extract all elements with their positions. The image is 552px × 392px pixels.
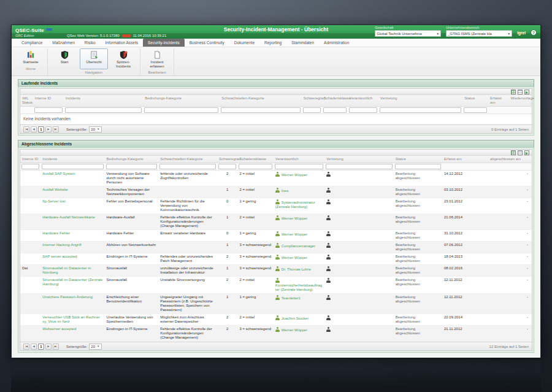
filter-input[interactable] — [144, 107, 218, 113]
incident-link[interactable]: Stromausfall im Datacenter in Nürnberg — [42, 266, 91, 274]
help-button[interactable]: ? — [531, 29, 537, 36]
column-header[interactable]: Vertretung — [324, 156, 394, 163]
incident-link[interactable]: Webserver accepted — [42, 327, 76, 331]
table-row[interactable]: Hardware Ausfall NetzwerkkarteHardware-A… — [20, 214, 532, 230]
incident-link[interactable]: SAP server accepted — [42, 255, 77, 258]
column-header[interactable]: Vertretung — [378, 95, 463, 107]
column-header[interactable]: Wiedervorlage — [508, 95, 532, 107]
menu-item-stammdaten[interactable]: Stammdaten — [286, 39, 319, 47]
column-header[interactable]: Verantwortlich — [274, 156, 324, 163]
incident-link[interactable]: Stromausfall im Datacenter (Zentrale Ham… — [42, 278, 102, 286]
incident-erfassen-button[interactable]: Incident erfassen — [143, 48, 171, 69]
incident-link[interactable]: Ausfall SAP System — [42, 172, 75, 175]
person-icon[interactable] — [326, 255, 331, 259]
column-header[interactable]: Verantwortlich — [348, 95, 378, 107]
last-page-button[interactable]: ▶| — [53, 126, 59, 133]
table-row[interactable]: Ausfall WebsiteTechnisches Versagen der … — [20, 186, 532, 198]
person-icon[interactable] — [326, 266, 331, 271]
table-row[interactable]: Stromausfall im Datacenter (Zentrale Ham… — [20, 277, 532, 294]
responsible-link[interactable]: Systemadministrator (Zentrale Hamburg) — [275, 201, 315, 209]
responsible-link[interactable]: Werner Wüpper — [282, 217, 307, 220]
filter-input[interactable] — [106, 164, 158, 169]
menu-item-compliance[interactable]: Compliance — [17, 39, 47, 47]
export-doc-icon[interactable] — [518, 90, 523, 94]
spitzen-incidents-button[interactable]: Spitzen-Incidents — [109, 48, 137, 69]
filter-input[interactable] — [395, 164, 441, 169]
responsible-link[interactable]: Dr. Thomas Lohre — [282, 267, 311, 271]
filter-input[interactable] — [218, 164, 236, 169]
table-row[interactable]: ftp-Server lostFehler von Betriebsperson… — [20, 198, 532, 214]
export-data-icon[interactable] — [524, 90, 529, 94]
filter-input[interactable] — [42, 164, 103, 169]
person-icon[interactable] — [326, 295, 331, 300]
responsible-link[interactable]: Werner Wüpper — [282, 173, 307, 177]
column-header[interactable]: Incidents — [64, 95, 143, 107]
column-header[interactable]: Interne ID — [33, 95, 64, 107]
filter-input[interactable] — [323, 107, 347, 113]
company-select[interactable]: Global Technik Unternehme ▼ — [375, 30, 441, 37]
responsible-link[interactable]: Werner Wüpper — [282, 328, 307, 332]
column-header[interactable]: Erfasst am — [488, 95, 508, 107]
previous-page-button[interactable]: ◀ — [31, 344, 37, 350]
column-header[interactable]: Schadensklasse — [237, 156, 273, 163]
person-icon[interactable] — [326, 327, 331, 332]
table-row[interactable]: Interner Hacking-AngriffAbhören von Netz… — [20, 242, 532, 253]
page-size-select[interactable]: 20 ▼ — [89, 344, 101, 350]
incident-link[interactable]: Ausfall Website — [42, 188, 67, 191]
filter-input[interactable] — [380, 107, 462, 113]
responsible-link[interactable]: Teamleiter1 — [282, 296, 301, 300]
responsible-link[interactable]: Joachim Stocker — [282, 317, 309, 320]
column-header[interactable]: Schwachstellen-Kategorie — [158, 156, 217, 163]
person-icon[interactable] — [326, 199, 331, 204]
incident-link[interactable]: Hardware Fehler — [42, 231, 70, 235]
menu-item-information-assets[interactable]: Information Assets — [101, 39, 143, 47]
person-icon[interactable] — [326, 243, 331, 248]
menu-item-administration[interactable]: Administration — [319, 39, 354, 47]
start-button[interactable]: Start — [50, 48, 79, 69]
table-row[interactable]: Webserver acceptedEindringen in IT-Syste… — [20, 326, 532, 342]
column-header[interactable]: Status — [394, 156, 442, 163]
menu-item-business-continuity[interactable]: Business Continuity — [185, 39, 229, 47]
menu-item-security-incidents[interactable]: Security-Incidents — [143, 39, 185, 47]
filter-input[interactable] — [275, 164, 323, 169]
column-header[interactable]: Schadensklasse — [322, 95, 348, 107]
column-header[interactable]: Schweregrad — [217, 156, 237, 163]
menu-item-reporting[interactable]: Reporting — [259, 39, 286, 47]
column-header[interactable]: Status — [462, 95, 488, 107]
current-page-button[interactable]: 1 — [38, 344, 44, 350]
current-page-button[interactable]: 1 — [38, 126, 44, 133]
filter-input[interactable] — [303, 107, 321, 113]
column-header[interactable]: IWL Status — [20, 95, 33, 107]
responsible-link[interactable]: Konzernsicherheitsbeauftragter (Zentrale… — [275, 283, 322, 291]
column-header[interactable]: Incidents — [40, 156, 104, 163]
incident-link[interactable]: Verseuchter USB Stick an Rechner xy, Vir… — [42, 315, 99, 323]
filter-input[interactable] — [464, 107, 487, 113]
column-header[interactable]: abgeschlossen am — [488, 156, 532, 163]
export-excel-icon[interactable] — [511, 90, 516, 94]
column-header[interactable]: Interne ID — [20, 156, 40, 163]
responsible-link[interactable]: Compliancemanager — [282, 244, 315, 248]
person-icon[interactable] — [326, 188, 331, 193]
filter-input[interactable] — [239, 164, 272, 169]
responsible-link[interactable]: Werner Wüpper — [282, 256, 307, 259]
menu-item-massnahmen[interactable]: Maßnahmen — [47, 39, 80, 47]
column-header[interactable]: Bedrohungs-Kategorie — [143, 95, 220, 107]
table-row[interactable]: SAP server acceptedEindringen in IT-Syst… — [20, 253, 532, 265]
next-page-button[interactable]: ▶ — [45, 344, 52, 350]
filter-input[interactable] — [326, 164, 393, 169]
incident-link[interactable]: Hardware Ausfall Netzwerkkarte — [42, 215, 94, 219]
person-icon[interactable] — [326, 215, 331, 220]
menu-item-risiko[interactable]: Risiko — [80, 39, 101, 47]
responsible-link[interactable]: Ines — [282, 189, 288, 193]
menu-item-dokumente[interactable]: Dokumente — [229, 39, 259, 47]
column-header[interactable]: Schweregrad — [302, 95, 322, 107]
person-icon[interactable] — [326, 315, 331, 320]
last-page-button[interactable]: ▶| — [53, 344, 59, 350]
startseite-button[interactable]: Startseite — [17, 48, 45, 66]
filter-input[interactable] — [159, 164, 216, 169]
next-page-button[interactable]: ▶ — [45, 126, 52, 133]
table-row[interactable]: Verseuchter USB Stick an Rechner xy, Vir… — [20, 314, 532, 326]
filter-input[interactable] — [21, 164, 39, 169]
person-icon[interactable] — [326, 231, 331, 236]
table-row[interactable]: Ausfall SAP SystemVerwendung von Softwar… — [20, 171, 532, 186]
